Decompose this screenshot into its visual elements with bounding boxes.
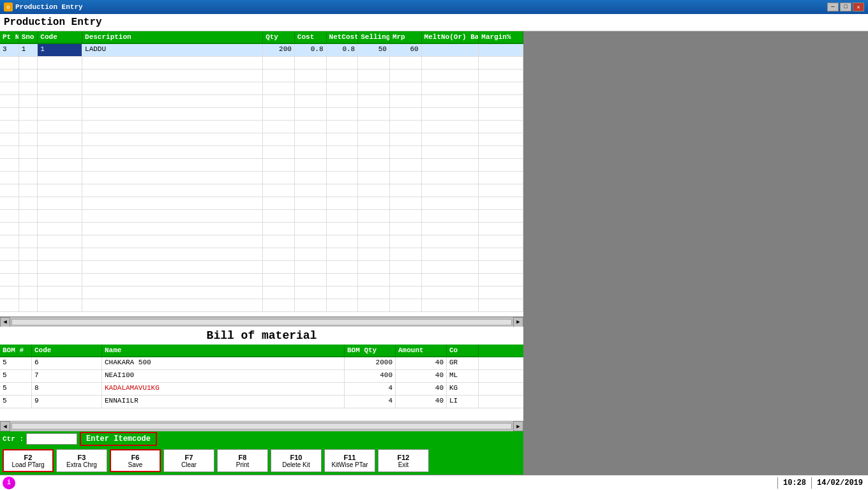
scroll-left-btn[interactable]: ◀ xyxy=(0,317,10,327)
header-margin: Margin% xyxy=(479,31,523,43)
header-selling: Selling xyxy=(358,31,390,43)
f11-key-label: F11 xyxy=(344,454,356,461)
table-row[interactable]: 3 1 1 LADDU 200 0.8 0.8 50 60 xyxy=(0,44,523,57)
bom-cell-bom: 5 xyxy=(0,357,32,369)
empty-cell xyxy=(263,57,295,69)
f10-button[interactable]: F10 Delete Kit xyxy=(271,449,322,472)
empty-cell xyxy=(479,261,523,273)
empty-cell xyxy=(295,274,327,286)
bom-row-empty xyxy=(0,408,523,421)
empty-cell xyxy=(390,146,422,158)
empty-cell xyxy=(422,223,479,235)
empty-cell xyxy=(263,146,295,158)
bom-row[interactable]: 5 7 NEAI100 400 40 ML xyxy=(0,370,523,383)
ctrl-bar: Ctr : Enter Itemcode xyxy=(0,431,523,447)
bom-scroll-track[interactable] xyxy=(11,423,512,429)
empty-cell xyxy=(19,159,38,171)
empty-cell xyxy=(295,172,327,184)
maximize-button[interactable]: □ xyxy=(840,3,851,11)
table-row xyxy=(0,261,523,274)
header-sno: Sno xyxy=(19,31,38,43)
f10-func-label: Delete Kit xyxy=(282,461,310,468)
bom-cell-bom: 5 xyxy=(0,370,32,382)
status-bar: i 10:28 14/02/2019 xyxy=(0,475,868,490)
empty-cell xyxy=(19,108,38,120)
empty-cell xyxy=(422,261,479,273)
empty-cell xyxy=(0,286,19,299)
bom-hscroll[interactable]: ◀ ▶ xyxy=(0,421,523,431)
empty-cell xyxy=(82,172,263,184)
empty-cell xyxy=(390,261,422,273)
f7-func-label: Clear xyxy=(181,461,197,468)
empty-cell xyxy=(358,172,390,184)
empty-cell xyxy=(295,248,327,260)
f8-button[interactable]: F8 Print xyxy=(217,449,268,472)
empty-cell xyxy=(390,95,422,107)
bom-cell-code: 6 xyxy=(32,357,102,369)
empty-cell xyxy=(422,133,479,145)
bom-body: 5 6 CHAKARA 500 2000 40 GR 5 7 NEAI100 4… xyxy=(0,357,523,421)
empty-cell xyxy=(327,95,359,107)
bom-row[interactable]: 5 6 CHAKARA 500 2000 40 GR xyxy=(0,357,523,370)
close-button[interactable]: ✕ xyxy=(853,3,864,11)
empty-cell xyxy=(295,210,327,222)
scroll-track[interactable] xyxy=(11,319,512,325)
table-row xyxy=(0,159,523,172)
empty-cell xyxy=(19,121,38,133)
f8-key-label: F8 xyxy=(239,454,247,461)
empty-cell xyxy=(295,223,327,235)
f12-button[interactable]: F12 Exit xyxy=(378,449,429,472)
f7-button[interactable]: F7 Clear xyxy=(163,449,214,472)
f3-button[interactable]: F3 Extra Chrg xyxy=(56,449,107,472)
empty-cell xyxy=(358,184,390,197)
table-row xyxy=(0,223,523,235)
bom-cell-co: GR xyxy=(447,357,479,369)
empty-cell xyxy=(263,261,295,273)
empty-cell xyxy=(390,274,422,286)
empty-cell xyxy=(422,172,479,184)
scroll-right-btn[interactable]: ▶ xyxy=(513,317,523,327)
empty-cell xyxy=(422,235,479,248)
empty-cell xyxy=(0,70,19,82)
empty-cell xyxy=(390,57,422,69)
empty-cell xyxy=(479,133,523,145)
bom-title: Bill of material xyxy=(0,327,523,345)
empty-cell xyxy=(479,299,523,311)
f6-button[interactable]: F6 Save xyxy=(110,449,161,472)
table-row xyxy=(0,184,523,197)
bom-row[interactable]: 5 8 KADALAMAVU1KG 4 40 KG xyxy=(0,383,523,396)
empty-cell xyxy=(327,70,359,82)
top-grid-hscroll[interactable]: ◀ ▶ xyxy=(0,316,523,327)
empty-cell xyxy=(390,248,422,260)
bom-cell-qty: 2000 xyxy=(345,357,396,369)
table-row xyxy=(0,82,523,95)
table-row xyxy=(0,299,523,312)
table-row xyxy=(0,57,523,70)
cell-cost: 0.8 xyxy=(295,44,327,56)
empty-cell xyxy=(263,159,295,171)
bom-header-bom: BOM # xyxy=(0,345,32,357)
bom-scroll-left[interactable]: ◀ xyxy=(0,421,10,431)
empty-cell xyxy=(38,95,82,107)
empty-cell xyxy=(295,108,327,120)
empty-cell xyxy=(295,133,327,145)
f11-button[interactable]: F11 KitWise PTar xyxy=(324,449,375,472)
empty-cell xyxy=(327,82,359,94)
f11-func-label: KitWise PTar xyxy=(331,461,368,468)
empty-cell xyxy=(38,248,82,260)
bom-row[interactable]: 5 9 ENNAI1LR 4 40 LI xyxy=(0,396,523,408)
f2-button[interactable]: F2 Load PTarg xyxy=(3,449,54,472)
empty-cell xyxy=(422,274,479,286)
empty-cell xyxy=(263,235,295,248)
empty-cell xyxy=(263,197,295,209)
empty-cell xyxy=(0,121,19,133)
empty-cell xyxy=(82,57,263,69)
empty-cell xyxy=(82,108,263,120)
cell-ptno: 3 xyxy=(0,44,19,56)
header-qty: Qty xyxy=(263,31,295,43)
bom-scroll-right[interactable]: ▶ xyxy=(513,421,523,431)
empty-cell xyxy=(479,95,523,107)
minimize-button[interactable]: ─ xyxy=(827,3,839,11)
empty-cell xyxy=(479,121,523,133)
ctrl-input[interactable] xyxy=(26,433,77,445)
